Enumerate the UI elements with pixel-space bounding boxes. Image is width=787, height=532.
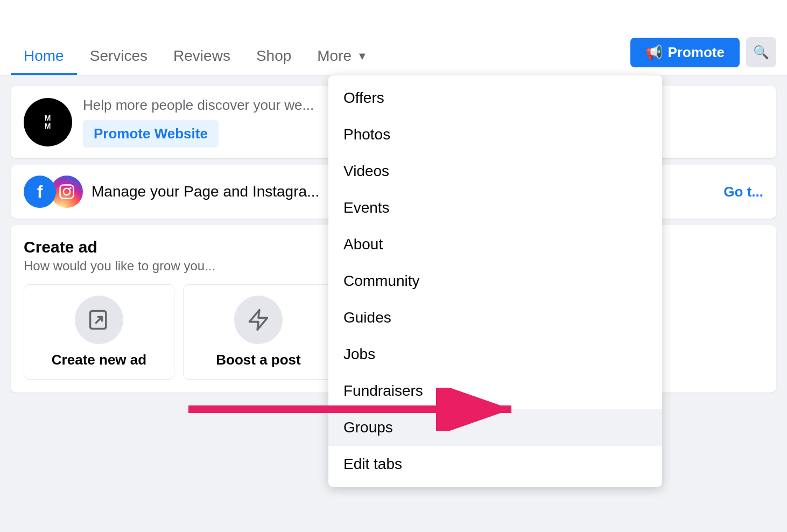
svg-rect-0	[60, 185, 74, 199]
boost-post-card[interactable]: Boost a post	[183, 284, 334, 380]
boost-icon	[234, 296, 283, 344]
dropdown-item-edit-tabs[interactable]: Edit tabs	[328, 446, 662, 482]
nav-tab-more[interactable]: More ▼	[304, 47, 381, 75]
nav-tab-home[interactable]: Home	[11, 47, 77, 75]
nav-tab-reviews[interactable]: Reviews	[160, 47, 243, 75]
promote-button[interactable]: 📢 Promote	[630, 38, 740, 67]
avatar-initials: MM	[45, 114, 52, 131]
search-icon: 🔍	[753, 45, 769, 60]
promote-website-button[interactable]: Promote Website	[83, 120, 219, 148]
dropdown-item-groups[interactable]: Groups	[328, 409, 662, 446]
dropdown-item-about[interactable]: About	[328, 226, 662, 263]
nav-tabs: Home Services Reviews Shop More ▼	[11, 47, 630, 75]
facebook-icon: f	[24, 176, 56, 208]
avatar: MM	[24, 98, 72, 146]
nav-right: 📢 Promote 🔍	[630, 37, 776, 75]
svg-point-1	[64, 188, 71, 195]
top-nav: Home Services Reviews Shop More ▼ 📢 Prom…	[0, 0, 787, 75]
dropdown-item-community[interactable]: Community	[328, 263, 662, 299]
dropdown-item-guides[interactable]: Guides	[328, 299, 662, 336]
create-ad-icon	[75, 296, 123, 344]
dropdown-item-photos[interactable]: Photos	[328, 116, 662, 153]
social-icons: f	[24, 176, 83, 208]
megaphone-icon: 📢	[645, 44, 663, 61]
nav-tab-shop[interactable]: Shop	[243, 47, 304, 75]
create-new-ad-card[interactable]: Create new ad	[24, 284, 174, 380]
create-new-ad-label: Create new ad	[52, 352, 146, 368]
more-dropdown-menu: Offers Photos Videos Events About Commun…	[328, 75, 662, 487]
dropdown-item-videos[interactable]: Videos	[328, 153, 662, 190]
nav-tab-services[interactable]: Services	[77, 47, 160, 75]
chevron-down-icon: ▼	[357, 50, 368, 62]
boost-post-label: Boost a post	[216, 352, 300, 368]
go-to-button[interactable]: Go t...	[723, 184, 763, 200]
dropdown-item-fundraisers[interactable]: Fundraisers	[328, 373, 662, 409]
svg-point-2	[69, 187, 72, 189]
manage-page-text: Manage your Page and Instagra...	[92, 183, 319, 200]
dropdown-item-offers[interactable]: Offers	[328, 80, 662, 116]
search-button[interactable]: 🔍	[746, 37, 776, 67]
dropdown-item-jobs[interactable]: Jobs	[328, 336, 662, 373]
dropdown-item-events[interactable]: Events	[328, 190, 662, 226]
